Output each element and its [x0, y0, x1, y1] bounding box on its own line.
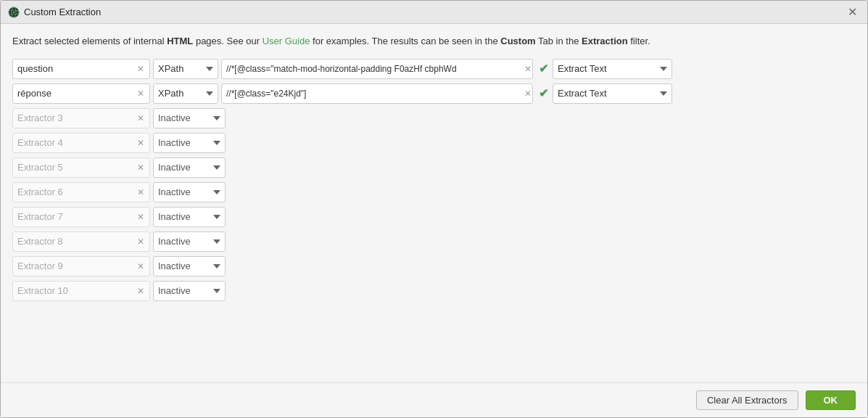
titlebar-left: Custom Extraction: [8, 7, 101, 18]
clear-all-button[interactable]: Clear All Extractors: [696, 390, 798, 410]
extractor-name-6[interactable]: [12, 182, 150, 202]
extractor-row-3: ✕ Inactive XPath CSS: [12, 108, 856, 128]
inactive-select-3[interactable]: Inactive XPath CSS: [153, 108, 226, 128]
window-title: Custom Extraction: [24, 7, 101, 17]
clear-name-7[interactable]: ✕: [134, 212, 147, 222]
extractor-name-2[interactable]: [12, 83, 150, 104]
name-wrap-2: ✕: [12, 83, 150, 104]
inactive-select-6[interactable]: Inactive XPath CSS: [153, 182, 226, 202]
description-text: Extract selected elements of internal HT…: [12, 34, 856, 49]
clear-name-10[interactable]: ✕: [134, 286, 147, 296]
user-guide-link[interactable]: User Guide: [263, 36, 310, 46]
desc-html-bold: HTML: [167, 36, 193, 46]
desc-after-link: for examples. The results can be seen in…: [313, 36, 500, 46]
extractor-name-10[interactable]: [12, 281, 150, 301]
ok-button[interactable]: OK: [806, 390, 856, 410]
inactive-select-5[interactable]: Inactive XPath CSS: [153, 157, 226, 178]
extractor-name-5[interactable]: [12, 157, 150, 178]
action-select-1[interactable]: Extract Text Extract HTML Extract Attrib…: [553, 59, 672, 79]
footer: Clear All Extractors OK: [1, 382, 867, 417]
valid-icon-1: ✔: [539, 62, 548, 75]
extractor-row-2: ✕ XPath CSS Regex ✕ ✔ Extract Text Extra…: [12, 83, 856, 104]
extractor-name-4[interactable]: [12, 133, 150, 153]
custom-extraction-window: Custom Extraction ✕ Extract selected ele…: [0, 0, 868, 418]
inactive-select-7[interactable]: Inactive XPath CSS: [153, 207, 226, 227]
name-wrap-1: ✕: [12, 59, 150, 79]
clear-name-4[interactable]: ✕: [134, 138, 147, 148]
extractor-name-9[interactable]: [12, 256, 150, 276]
desc-middle: pages. See our: [196, 36, 263, 46]
desc-filter: filter.: [630, 36, 650, 46]
xpath-input-2[interactable]: [221, 83, 533, 104]
extractor-row-4: ✕ Inactive XPath CSS: [12, 133, 856, 153]
clear-name-3[interactable]: ✕: [134, 113, 147, 123]
clear-name-9[interactable]: ✕: [134, 261, 147, 271]
name-wrap-4: ✕: [12, 133, 150, 153]
extractor-row-6: ✕ Inactive XPath CSS: [12, 182, 856, 202]
extractor-row-7: ✕ Inactive XPath CSS: [12, 207, 856, 227]
clear-name-6[interactable]: ✕: [134, 187, 147, 197]
app-icon: [8, 7, 20, 18]
extractor-row-5: ✕ Inactive XPath CSS: [12, 157, 856, 178]
clear-name-8[interactable]: ✕: [134, 237, 147, 247]
clear-xpath-1[interactable]: ✕: [521, 64, 534, 74]
inactive-select-4[interactable]: Inactive XPath CSS: [153, 133, 226, 153]
inactive-select-8[interactable]: Inactive XPath CSS: [153, 231, 226, 252]
content-area: Extract selected elements of internal HT…: [1, 24, 867, 382]
valid-icon-2: ✔: [539, 86, 548, 100]
desc-custom-bold: Custom: [500, 36, 535, 46]
action-select-2[interactable]: Extract Text Extract HTML Extract Attrib…: [553, 83, 672, 104]
name-wrap-10: ✕: [12, 281, 150, 301]
inactive-select-9[interactable]: Inactive XPath CSS: [153, 256, 226, 276]
desc-tab: Tab in the: [538, 36, 582, 46]
name-wrap-8: ✕: [12, 231, 150, 252]
extractor-row-1: ✕ XPath CSS Regex ✕ ✔ Extract Text Extra…: [12, 59, 856, 79]
type-select-1[interactable]: XPath CSS Regex: [153, 59, 218, 79]
extractor-name-7[interactable]: [12, 207, 150, 227]
type-select-2[interactable]: XPath CSS Regex: [153, 83, 218, 104]
name-wrap-3: ✕: [12, 108, 150, 128]
extractor-row-10: ✕ Inactive XPath CSS: [12, 281, 856, 301]
extractor-row-8: ✕ Inactive XPath CSS: [12, 231, 856, 252]
name-wrap-7: ✕: [12, 207, 150, 227]
titlebar: Custom Extraction ✕: [1, 1, 867, 24]
close-button[interactable]: ✕: [845, 7, 860, 18]
name-wrap-9: ✕: [12, 256, 150, 276]
desc-before: Extract selected elements of internal: [12, 36, 167, 46]
clear-name-5[interactable]: ✕: [134, 163, 147, 173]
desc-extraction-bold: Extraction: [582, 36, 628, 46]
clear-name-1[interactable]: ✕: [134, 64, 147, 74]
name-wrap-6: ✕: [12, 182, 150, 202]
extractor-name-8[interactable]: [12, 231, 150, 252]
name-wrap-5: ✕: [12, 157, 150, 178]
extractor-name-3[interactable]: [12, 108, 150, 128]
extractor-row-9: ✕ Inactive XPath CSS: [12, 256, 856, 276]
clear-name-2[interactable]: ✕: [134, 89, 147, 99]
clear-xpath-2[interactable]: ✕: [521, 89, 534, 99]
inactive-select-10[interactable]: Inactive XPath CSS: [153, 281, 226, 301]
xpath-input-1[interactable]: [221, 59, 533, 79]
extractor-name-1[interactable]: [12, 59, 150, 79]
svg-point-3: [13, 11, 15, 13]
